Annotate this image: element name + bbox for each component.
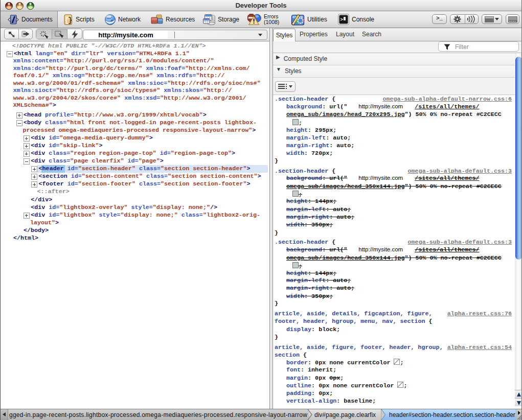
- svg-text:>: >: [341, 17, 343, 22]
- svg-text:}: }: [68, 16, 72, 24]
